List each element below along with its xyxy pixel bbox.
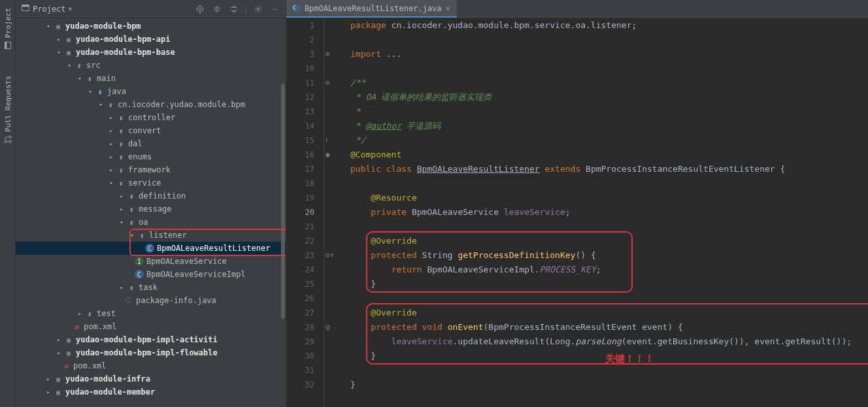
code-token: String [417, 250, 458, 260]
class-icon: C [293, 5, 301, 12]
editor-panel: C BpmOALeaveResultListener.java × 1 2 3 … [286, 0, 868, 407]
tree-node-module[interactable]: ▸▣yudao-module-member [16, 385, 286, 399]
rail-pull-requests[interactable]: Pull Requests [2, 71, 14, 149]
code-area[interactable]: package cn.iocoder.yudao.module.bpm.serv… [324, 18, 868, 407]
tree-node-folder[interactable]: ▸▮test [16, 307, 286, 320]
code-token: PROCESS_KEY [540, 265, 596, 274]
code-token: ; [565, 207, 571, 217]
svg-point-9 [257, 8, 259, 10]
tree-node-module[interactable]: ▸▣yudao-module-infra [16, 372, 286, 385]
tree-node-java-file[interactable]: ⓙpackage-info.java [16, 294, 286, 307]
tree-node-package[interactable]: ▸▮dal [16, 137, 286, 150]
annotation-label: 关键！！！ [605, 351, 654, 366]
separator [246, 5, 246, 14]
tree-node-src-folder[interactable]: ▾▮java [16, 85, 286, 98]
tree-node-maven[interactable]: mpom.xml [16, 320, 286, 333]
tree-node-module[interactable]: ▸▣yudao-module-bpm-impl-flowable [16, 346, 286, 359]
line-number: 11 [286, 76, 314, 90]
settings-gear-icon[interactable] [253, 4, 263, 14]
tree-node-package[interactable]: ▸▮controller [16, 111, 286, 124]
code-token: cn.iocoder.yudao.module.bpm.service.oa.l… [386, 20, 637, 30]
tree-node-package[interactable]: ▾▮service [16, 176, 286, 189]
project-panel-title: Project [33, 5, 66, 14]
tree-node-class-selected[interactable]: CBpmOALeaveResultListener [16, 242, 286, 255]
code-token: .updateLeaveResult(Long. [453, 336, 576, 346]
tree-node-folder[interactable]: ▾▮src [16, 59, 286, 72]
code-token: () { [575, 250, 595, 260]
line-number: 1 [286, 18, 314, 33]
tree-node-package[interactable]: ▸▮convert [16, 124, 286, 137]
line-number: 13 [286, 105, 314, 119]
code-token: * [350, 106, 361, 116]
svg-point-8 [199, 8, 201, 10]
line-number: 24 [286, 263, 314, 277]
line-number: 14 [286, 119, 314, 133]
tree-label: listener [149, 231, 187, 240]
tree-label: src [86, 61, 101, 70]
tree-scrollbar[interactable] [281, 84, 285, 319]
tree-node-package[interactable]: ▸▮enums [16, 150, 286, 163]
package-icon: ▮ [106, 100, 115, 109]
interface-icon: I [135, 257, 144, 266]
locate-icon[interactable] [195, 4, 205, 14]
folder-icon: ▮ [85, 309, 94, 318]
code-token: /** [350, 78, 365, 88]
package-icon: ▮ [127, 191, 136, 201]
project-tree[interactable]: ▾▣yudao-module-bpm ▸▣yudao-module-bpm-ap… [16, 18, 286, 407]
code-token: ; [596, 265, 601, 274]
tree-label: controller [128, 113, 175, 122]
tree-node-package[interactable]: ▾▮cn.iocoder.yudao.module.bpm [16, 98, 286, 111]
collapse-all-icon[interactable] [229, 4, 239, 14]
svg-point-4 [8, 136, 11, 138]
tree-node-module[interactable]: ▾▣yudao-module-bpm-base [16, 46, 286, 59]
tree-node-package[interactable]: ▸▮definition [16, 189, 286, 203]
hide-icon[interactable]: — [270, 4, 280, 14]
tree-label: yudao-module-infra [65, 374, 150, 383]
code-token: extends [540, 164, 586, 174]
tree-label: definition [139, 191, 186, 201]
module-folder-icon: ▣ [54, 22, 63, 31]
tree-node-package[interactable]: ▸▮task [16, 281, 286, 294]
rail-project[interactable]: Project [2, 3, 14, 55]
project-view-selector[interactable]: Project ▼ [21, 3, 72, 14]
code-token: private [371, 207, 407, 217]
line-number: 19 [286, 191, 314, 205]
tree-label: yudao-module-bpm-impl-activiti [76, 335, 218, 344]
editor-tab-active[interactable]: C BpmOALeaveResultListener.java × [286, 0, 457, 18]
tree-node-package[interactable]: ▸▮framework [16, 163, 286, 176]
expand-all-icon[interactable] [212, 4, 222, 14]
folder-icon: ▮ [75, 61, 84, 70]
tree-node-class[interactable]: CBpmOALeaveServiceImpl [16, 268, 286, 281]
close-tab-icon[interactable]: × [446, 4, 450, 13]
tree-node-module[interactable]: ▸▣yudao-module-bpm-impl-activiti [16, 333, 286, 346]
tree-node-interface[interactable]: IBpmOALeaveService [16, 255, 286, 268]
code-token: * OA 请假单的结果的监听器实现类 [350, 92, 492, 102]
tree-label: cn.iocoder.yudao.module.bpm [118, 100, 245, 109]
editor-tab-label: BpmOALeaveResultListener.java [305, 4, 442, 13]
tree-node-module[interactable]: ▸▣yudao-module-bpm-api [16, 33, 286, 46]
tree-label: BpmOALeaveResultListener [157, 244, 270, 253]
code-token: BpmOALeaveService [407, 207, 504, 217]
tree-label: java [107, 87, 126, 96]
tree-node-package[interactable]: ▾▮oa [16, 216, 286, 229]
tree-node-module[interactable]: ▾▣yudao-module-bpm [16, 20, 286, 33]
module-folder-icon: ▣ [64, 48, 73, 57]
line-number: 18 [286, 176, 314, 191]
editor-body[interactable]: 1 2 3 10 11 12 13 14 15 16 17 18 19 20 2… [286, 18, 868, 407]
package-icon: ▮ [116, 152, 125, 161]
tree-label: convert [128, 126, 161, 135]
tree-node-package[interactable]: ▸▮message [16, 203, 286, 216]
line-number: 12 [286, 90, 314, 105]
class-icon: C [145, 244, 154, 253]
tree-label: yudao-module-bpm-base [76, 48, 175, 57]
line-number: 30 [286, 349, 314, 363]
tree-label: BpmOALeaveService [146, 257, 227, 266]
line-number: 26 [286, 291, 314, 306]
tree-label: task [139, 283, 158, 292]
code-token: (event.getBusinessKey()), event.getResul… [622, 336, 852, 346]
tree-node-package[interactable]: ▾▮listener [16, 229, 286, 242]
pull-request-icon [3, 135, 12, 144]
tree-node-folder[interactable]: ▾▮main [16, 72, 286, 85]
tree-node-maven[interactable]: mpom.xml [16, 359, 286, 372]
package-icon: ▮ [116, 126, 125, 135]
